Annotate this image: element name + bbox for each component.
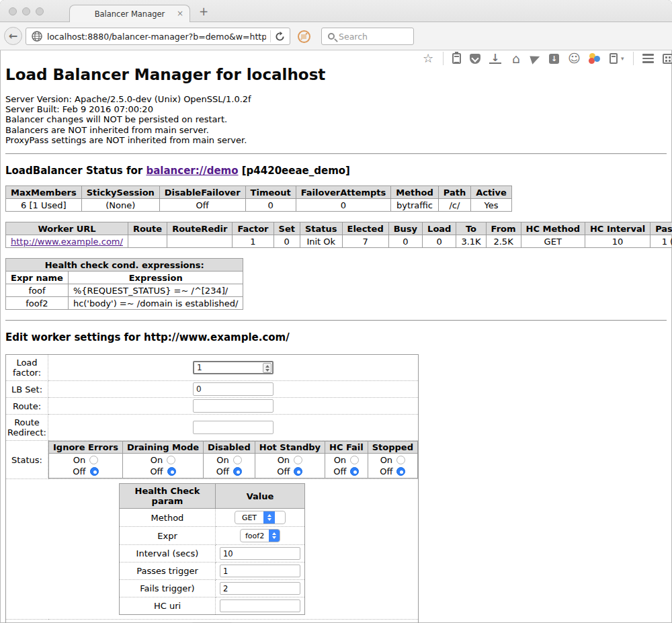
new-tab-button[interactable]: + — [199, 5, 208, 18]
status-heading-prefix: LoadBalancer Status for — [5, 165, 146, 177]
form-row-health-check: Health Check param Value Method GET — [6, 479, 419, 620]
window-minimize-button[interactable] — [22, 7, 30, 15]
window-zoom-button[interactable] — [36, 7, 44, 15]
expr-table-title: Health check cond. expressions: — [6, 259, 243, 272]
select-arrows-icon — [263, 511, 275, 524]
status-cell-stopped: On Off — [368, 454, 417, 479]
status-cell-ignore-errors: On Off — [49, 454, 123, 479]
divider — [5, 320, 667, 321]
blocked-content-icon[interactable] — [298, 30, 310, 43]
url-divider — [270, 30, 271, 42]
form-row-submit: Submit — [6, 620, 419, 623]
col-failoverattempts: FailoverAttempts — [296, 186, 391, 199]
col-stickysession: StickySession — [81, 186, 159, 199]
route-label: Route: — [6, 398, 48, 415]
server-version-line: Server Version: Apache/2.5.0-dev (Unix) … — [5, 94, 667, 104]
loadbalancer-status-heading: LoadBalancer Status for balancer://demo … — [5, 165, 667, 177]
url-text: localhost:8880/balancer-manager?b=demo&w… — [47, 32, 266, 42]
page-title: Load Balancer Manager for localhost — [5, 66, 667, 83]
passes-trigger-label: Passes trigger — [120, 563, 216, 580]
status-cell-hot-standby: On Off — [255, 454, 325, 479]
status-cell-hc-fail: On Off — [325, 454, 368, 479]
hc-fail-off-radio[interactable] — [350, 467, 359, 476]
stopped-on-radio[interactable] — [396, 456, 405, 464]
col-method: Method — [391, 186, 438, 199]
form-row-route-redirect: Route Redirect: — [6, 415, 419, 441]
method-select[interactable]: GET — [235, 511, 286, 524]
col-disablefailover: DisableFailover — [159, 186, 245, 199]
health-check-param-table: Health Check param Value Method GET — [119, 483, 305, 615]
number-stepper-icon[interactable] — [263, 363, 271, 373]
status-heading-suffix: [p4420eeae_demo] — [239, 165, 350, 177]
table-row: foof %{REQUEST_STATUS} =~ /^[234]/ — [6, 284, 243, 297]
hot-standby-on-radio[interactable] — [294, 456, 302, 464]
expr-select[interactable]: foof2 — [240, 529, 280, 542]
window-close-button[interactable] — [9, 7, 17, 15]
page-content: Load Balancer Manager for localhost Serv… — [0, 51, 672, 623]
hc-uri-input[interactable] — [220, 599, 300, 612]
search-icon — [328, 33, 335, 40]
ignore-errors-off-radio[interactable] — [90, 467, 99, 476]
route-input[interactable] — [193, 399, 274, 413]
form-row-status: Status: Ignore Errors Draining Mode Disa… — [6, 441, 419, 479]
draining-mode-on-radio[interactable] — [167, 456, 175, 464]
divider — [5, 153, 667, 155]
notice-line: Balancer changes will NOT be persisted o… — [5, 114, 667, 124]
back-button[interactable]: ← — [4, 27, 22, 45]
load-factor-label: Load factor: — [6, 355, 48, 381]
lb-set-label: LB Set: — [6, 381, 48, 398]
form-row-load-factor: Load factor: — [6, 355, 419, 381]
hc-uri-label: HC uri — [120, 597, 216, 615]
load-factor-input[interactable] — [193, 361, 274, 374]
notice-line: Balancers are NOT inherited from main se… — [5, 125, 667, 135]
tab-balancer-manager[interactable]: Balancer Manager × — [69, 5, 190, 23]
status-cell-draining-mode: On Off — [122, 454, 203, 479]
tab-title: Balancer Manager — [95, 9, 165, 19]
ignore-errors-on-radio[interactable] — [89, 456, 98, 464]
col-expr-name: Expr name — [6, 272, 69, 284]
balancer-demo-link[interactable]: balancer://demo — [146, 165, 238, 177]
stopped-off-radio[interactable] — [396, 467, 405, 476]
passes-trigger-input[interactable] — [220, 565, 300, 577]
window-controls — [9, 7, 44, 15]
disabled-on-radio[interactable] — [233, 456, 242, 464]
col-ignore-errors: Ignore Errors — [49, 442, 123, 454]
globe-icon — [32, 31, 42, 42]
table-row: http://www.example.com/ 1 0 Init Ok 7 0 … — [6, 235, 672, 248]
route-redirect-input[interactable] — [193, 421, 274, 434]
edit-worker-form: Load factor: LB Set: Route: Route Redire… — [5, 354, 419, 623]
table-row: foof2 hc('body') =~ /domain is establish… — [6, 297, 243, 310]
health-check-expressions-table: Health check cond. expressions: Expr nam… — [5, 258, 243, 310]
table-header-row: Worker URL Route RouteRedir Factor Set S… — [6, 222, 672, 235]
interval-input[interactable] — [220, 547, 300, 560]
col-path: Path — [438, 186, 470, 199]
search-input[interactable] — [339, 32, 403, 42]
col-expression: Expression — [68, 272, 243, 284]
lb-set-input[interactable] — [193, 382, 274, 396]
route-redirect-label: Route Redirect: — [6, 415, 48, 441]
disabled-off-radio[interactable] — [233, 467, 242, 476]
hc-fail-on-radio[interactable] — [350, 456, 359, 464]
col-disabled: Disabled — [204, 442, 255, 454]
draining-mode-off-radio[interactable] — [167, 467, 176, 476]
table-row: 6 [1 Used] (None) Off 0 0 bytraffic /c/ … — [6, 199, 512, 212]
notice-line: ProxyPass settings are NOT inherited fro… — [5, 135, 667, 145]
url-bar[interactable]: localhost:8880/balancer-manager?b=demo&w… — [26, 28, 290, 45]
col-timeout: Timeout — [245, 186, 296, 199]
reload-icon[interactable] — [275, 32, 285, 42]
status-cell-disabled: On Off — [204, 454, 255, 479]
worker-url-link[interactable]: http://www.example.com/ — [11, 237, 123, 247]
table-header-row: MaxMembers StickySession DisableFailover… — [6, 186, 512, 199]
col-hc-fail: HC Fail — [325, 442, 368, 454]
select-arrows-icon — [269, 530, 280, 542]
col-draining-mode: Draining Mode — [122, 442, 203, 454]
tab-close-icon[interactable]: × — [177, 9, 183, 18]
server-built-line: Server Built: Feb 9 2016 07:00:20 — [5, 104, 667, 114]
fails-trigger-input[interactable] — [220, 582, 300, 595]
col-health-check-param: Health Check param — [120, 484, 216, 509]
search-bar[interactable] — [321, 28, 414, 45]
navigation-toolbar: ← localhost:8880/balancer-manager?b=demo… — [0, 22, 672, 50]
col-value: Value — [216, 484, 305, 509]
hot-standby-off-radio[interactable] — [294, 467, 302, 476]
col-stopped: Stopped — [368, 442, 417, 454]
